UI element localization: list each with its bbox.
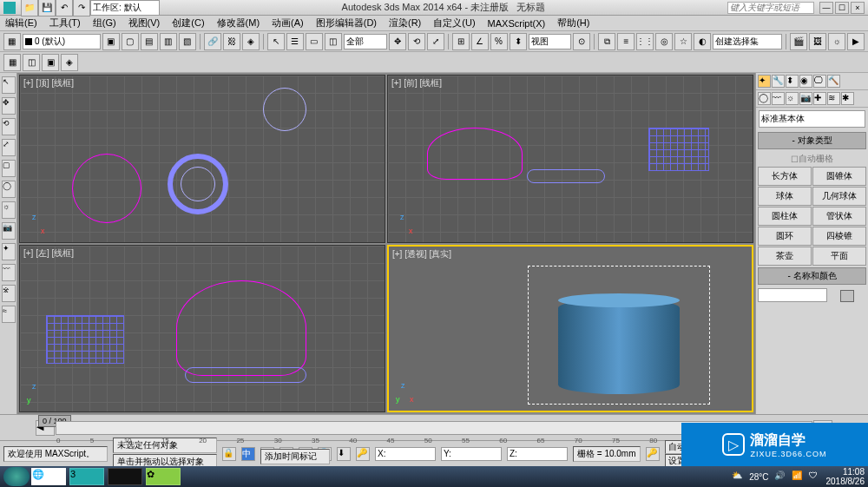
viewport-label[interactable]: [+] [左] [线框] <box>23 247 74 260</box>
helper-icon[interactable]: ✚ <box>813 92 826 105</box>
menu-create[interactable]: 创建(C) <box>172 16 204 30</box>
torus-button[interactable]: 圆环 <box>758 227 812 246</box>
layer-icon[interactable]: ▦ <box>3 33 21 50</box>
autogrid-checkbox[interactable]: ☐ 自动栅格 <box>756 151 868 167</box>
mb6[interactable]: 🔑 <box>356 447 370 461</box>
light-icon[interactable]: ☼ <box>786 92 799 105</box>
tube-button[interactable]: 管状体 <box>812 207 866 226</box>
viewport-top[interactable]: [+] [顶] [线框] zx <box>19 75 385 243</box>
task-chrome[interactable]: 🌐 <box>31 468 66 485</box>
lt-light[interactable]: ☼ <box>2 201 16 219</box>
warp-icon[interactable]: ≋ <box>827 92 840 105</box>
object-name-input[interactable] <box>758 288 827 302</box>
tray-icon[interactable]: 📶 <box>792 471 804 483</box>
lt-sphere[interactable]: ◯ <box>2 181 16 198</box>
lt-particle[interactable]: ※ <box>2 285 16 302</box>
unlink-icon[interactable]: ⛓ <box>223 33 240 50</box>
add-time-marker[interactable]: 添加时间标记 <box>260 449 330 464</box>
shape-icon[interactable]: 〰 <box>772 92 785 105</box>
camera-icon[interactable]: 📷 <box>799 92 812 105</box>
array-icon[interactable]: ⋮⋮ <box>636 33 654 50</box>
tray-icon[interactable]: ⛅ <box>732 471 744 483</box>
teapot-button[interactable]: 茶壶 <box>758 247 812 266</box>
sec-btn[interactable]: ◈ <box>61 54 78 71</box>
cone-button[interactable]: 圆锥体 <box>812 167 866 186</box>
menu-render[interactable]: 渲染(R) <box>389 16 421 30</box>
tray-icon[interactable]: 🔊 <box>774 471 786 483</box>
link-icon[interactable]: 🔗 <box>204 33 221 50</box>
lt-move[interactable]: ✥ <box>2 97 16 115</box>
menu-edit[interactable]: 编辑(E) <box>5 16 37 30</box>
tray-icon[interactable]: 🛡 <box>809 471 821 483</box>
hierarchy-tab-icon[interactable]: ⬍ <box>786 75 799 88</box>
select-icon[interactable]: ↖ <box>267 33 285 50</box>
system-icon[interactable]: ✱ <box>841 92 854 105</box>
filter-dropdown[interactable]: 全部 <box>344 34 387 49</box>
display-tab-icon[interactable]: 🖵 <box>813 75 826 88</box>
primitive-dropdown[interactable]: 标准基本体 <box>759 110 865 128</box>
lt-helper[interactable]: ✦ <box>2 243 16 260</box>
motion-tab-icon[interactable]: ◉ <box>799 75 812 88</box>
lt-shape[interactable]: 〰 <box>2 264 16 281</box>
align-icon[interactable]: ≡ <box>617 33 635 50</box>
pyramid-button[interactable]: 四棱锥 <box>812 227 866 246</box>
select-window-icon[interactable]: ◫ <box>325 33 342 50</box>
viewport-label[interactable]: [+] [前] [线框] <box>391 77 442 89</box>
mb5[interactable]: ⬇ <box>337 447 351 461</box>
utilities-tab-icon[interactable]: 🔨 <box>827 75 840 88</box>
bind-icon[interactable]: ◈ <box>242 33 260 50</box>
lt-box[interactable]: ▢ <box>2 160 16 177</box>
lt-camera[interactable]: 📷 <box>2 222 16 240</box>
refcoord-dropdown[interactable]: 视图 <box>529 34 572 49</box>
lt-scale[interactable]: ⤢ <box>2 139 16 156</box>
menu-maxscript[interactable]: MAXScript(X) <box>488 18 546 29</box>
cylinder-button[interactable]: 圆柱体 <box>758 207 812 226</box>
rendered-frame-icon[interactable]: 🖼 <box>809 33 826 50</box>
menu-modifiers[interactable]: 修改器(M) <box>217 16 260 30</box>
layer-btn3[interactable]: ▤ <box>141 33 158 50</box>
task-3dsmax[interactable]: 3 <box>69 468 104 485</box>
viewport-front[interactable]: [+] [前] [线框] zx <box>387 75 753 243</box>
search-input[interactable] <box>727 2 814 14</box>
material-icon[interactable]: ◐ <box>694 33 711 50</box>
layer-btn1[interactable]: ▣ <box>102 33 120 50</box>
rotate-icon[interactable]: ⟲ <box>408 33 425 50</box>
snapshot-icon[interactable]: ◎ <box>655 33 673 50</box>
task-app2[interactable]: ✿ <box>146 468 181 485</box>
spinner-snap-icon[interactable]: ⬍ <box>510 33 527 50</box>
box-button[interactable]: 长方体 <box>758 167 812 186</box>
snap-icon[interactable]: ⊞ <box>452 33 470 50</box>
select-name-icon[interactable]: ☰ <box>286 33 304 50</box>
scale-icon[interactable]: ⤢ <box>427 33 444 50</box>
move-icon[interactable]: ✥ <box>389 33 406 50</box>
menu-group[interactable]: 组(G) <box>93 16 116 30</box>
percent-snap-icon[interactable]: % <box>490 33 508 50</box>
viewport-label[interactable]: [+] [透视] [真实] <box>392 248 451 260</box>
menu-help[interactable]: 帮助(H) <box>557 16 589 30</box>
task-app[interactable] <box>108 468 142 485</box>
namedsel-dropdown[interactable]: 创建选择集 <box>713 34 782 49</box>
close-button[interactable]: × <box>851 2 865 14</box>
sec-btn[interactable]: ▣ <box>42 54 59 71</box>
modify-tab-icon[interactable]: 🔧 <box>772 75 785 88</box>
coord-x[interactable]: X: <box>375 447 436 461</box>
render-setup-icon[interactable]: 🎬 <box>790 33 807 50</box>
viewport-perspective[interactable]: [+] [透视] [真实] zxy <box>387 245 753 413</box>
geosphere-button[interactable]: 几何球体 <box>812 187 866 206</box>
minimize-button[interactable]: — <box>819 2 833 14</box>
angle-snap-icon[interactable]: ∠ <box>471 33 489 50</box>
layer-btn2[interactable]: ▢ <box>122 33 139 50</box>
lock-icon[interactable]: 🔒 <box>222 447 236 461</box>
coord-y[interactable]: Y: <box>441 447 502 461</box>
maximize-button[interactable]: ☐ <box>835 2 849 14</box>
menu-animation[interactable]: 动画(A) <box>272 16 304 30</box>
redo-icon[interactable]: ↷ <box>73 0 90 16</box>
undo-icon[interactable]: ↶ <box>56 0 73 16</box>
lt-select[interactable]: ↖ <box>2 76 16 94</box>
cn-icon[interactable]: 中 <box>241 447 255 461</box>
layer-btn4[interactable]: ▥ <box>160 33 177 50</box>
workspace-dropdown[interactable]: 工作区: 默认 <box>90 0 160 16</box>
viewport-label[interactable]: [+] [顶] [线框] <box>23 77 74 89</box>
sec-btn[interactable]: ▦ <box>3 54 21 71</box>
start-button[interactable] <box>3 467 30 486</box>
